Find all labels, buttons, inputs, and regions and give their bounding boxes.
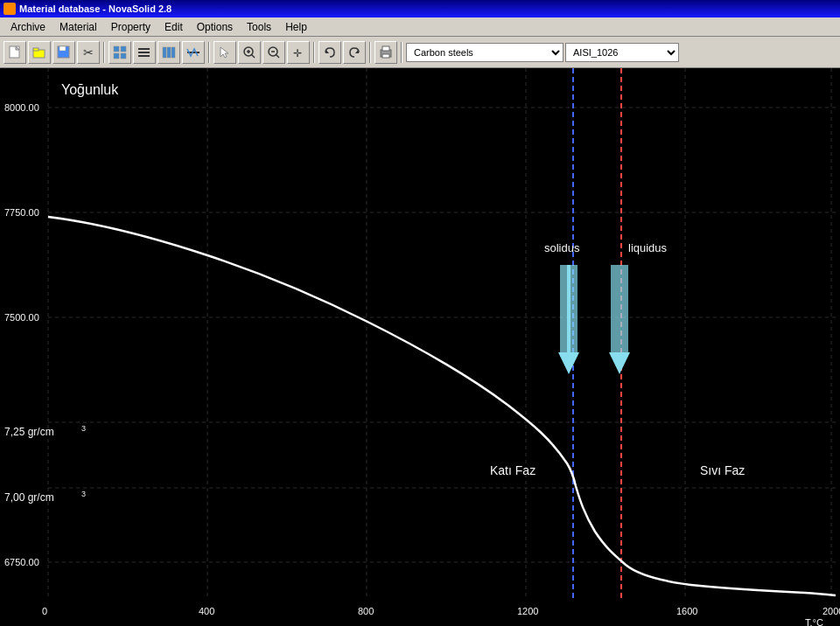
app-icon	[4, 3, 16, 15]
svg-rect-5	[60, 46, 66, 51]
open-button[interactable]	[28, 41, 51, 64]
menu-property[interactable]: Property	[104, 19, 158, 35]
svg-line-24	[276, 54, 279, 58]
svg-text:Yoğunluk: Yoğunluk	[61, 82, 119, 97]
svg-text:3: 3	[81, 424, 86, 433]
menu-bar: Archive Material Property Edit Options T…	[0, 17, 840, 37]
svg-rect-11	[138, 48, 150, 50]
menu-edit[interactable]: Edit	[158, 19, 190, 35]
svg-text:✛: ✛	[293, 47, 302, 59]
svg-text:2000: 2000	[822, 606, 840, 616]
svg-rect-12	[138, 52, 150, 53]
chart-svg: 8000.00 7750.00 7500.00 0 400 800 1200 1…	[0, 68, 840, 626]
svg-text:✂: ✂	[83, 45, 94, 59]
svg-line-20	[251, 54, 255, 58]
svg-text:0: 0	[42, 606, 47, 616]
svg-rect-16	[172, 47, 175, 58]
svg-text:Katı Faz: Katı Faz	[490, 463, 536, 477]
svg-text:7,00 gr/cm: 7,00 gr/cm	[4, 491, 54, 504]
svg-text:1200: 1200	[517, 606, 538, 616]
chart-container: 8000.00 7750.00 7500.00 0 400 800 1200 1…	[0, 68, 840, 626]
svg-text:400: 400	[199, 606, 214, 616]
svg-rect-7	[114, 46, 119, 52]
cursor-button[interactable]	[214, 41, 236, 64]
svg-rect-63	[611, 265, 628, 357]
svg-rect-9	[114, 53, 119, 59]
menu-help[interactable]: Help	[278, 19, 314, 35]
svg-marker-64	[609, 352, 630, 374]
redo-button[interactable]	[343, 41, 366, 64]
sep4	[369, 42, 371, 63]
material-name-dropdown[interactable]: AISI_1026	[565, 43, 679, 62]
view1-button[interactable]	[108, 41, 131, 64]
print-button[interactable]	[374, 41, 397, 64]
menu-options[interactable]: Options	[190, 19, 240, 35]
svg-text:8000.00: 8000.00	[4, 102, 39, 113]
sep3	[313, 42, 315, 63]
sep5	[401, 42, 402, 63]
svg-rect-3	[33, 48, 38, 51]
save-button[interactable]	[52, 41, 75, 64]
svg-text:3: 3	[81, 490, 86, 498]
svg-rect-15	[167, 47, 171, 58]
new-button[interactable]	[4, 41, 26, 64]
svg-rect-31	[382, 54, 389, 58]
svg-text:liquidus: liquidus	[628, 241, 668, 254]
svg-rect-14	[163, 47, 166, 58]
svg-rect-13	[138, 55, 150, 57]
svg-marker-18	[220, 47, 228, 58]
view4-button[interactable]	[182, 41, 205, 64]
svg-text:solidus: solidus	[544, 241, 580, 254]
svg-text:1600: 1600	[676, 606, 697, 616]
sep2	[208, 42, 210, 63]
menu-tools[interactable]: Tools	[240, 19, 278, 35]
toolbar: ✂ ✛ Carbon steels AISI_1026	[0, 37, 840, 68]
svg-text:800: 800	[358, 606, 374, 616]
sep1	[103, 42, 105, 63]
title-bar: Material database - NovaSolid 2.8	[0, 0, 840, 17]
view3-button[interactable]	[158, 41, 180, 64]
svg-text:6750.00: 6750.00	[4, 557, 39, 567]
zoom-in-button[interactable]	[238, 41, 261, 64]
cut-button[interactable]: ✂	[77, 41, 100, 64]
svg-text:7750.00: 7750.00	[4, 207, 39, 218]
undo-button[interactable]	[318, 41, 341, 64]
menu-material[interactable]: Material	[52, 19, 104, 35]
pan-button[interactable]: ✛	[287, 41, 310, 64]
zoom-out-button[interactable]	[262, 41, 285, 64]
view2-button[interactable]	[133, 41, 156, 64]
svg-rect-8	[121, 46, 126, 52]
svg-text:T,°C: T,°C	[805, 617, 823, 626]
svg-rect-30	[382, 46, 389, 51]
svg-marker-62	[558, 352, 579, 374]
material-category-dropdown[interactable]: Carbon steels	[406, 43, 564, 62]
svg-text:7500.00: 7500.00	[4, 312, 39, 323]
svg-rect-10	[121, 53, 126, 59]
window-title: Material database - NovaSolid 2.8	[19, 3, 172, 14]
menu-archive[interactable]: Archive	[4, 19, 52, 35]
svg-text:7,25 gr/cm: 7,25 gr/cm	[4, 426, 54, 438]
svg-text:Sıvı Faz: Sıvı Faz	[700, 463, 745, 477]
svg-rect-61	[560, 265, 578, 357]
